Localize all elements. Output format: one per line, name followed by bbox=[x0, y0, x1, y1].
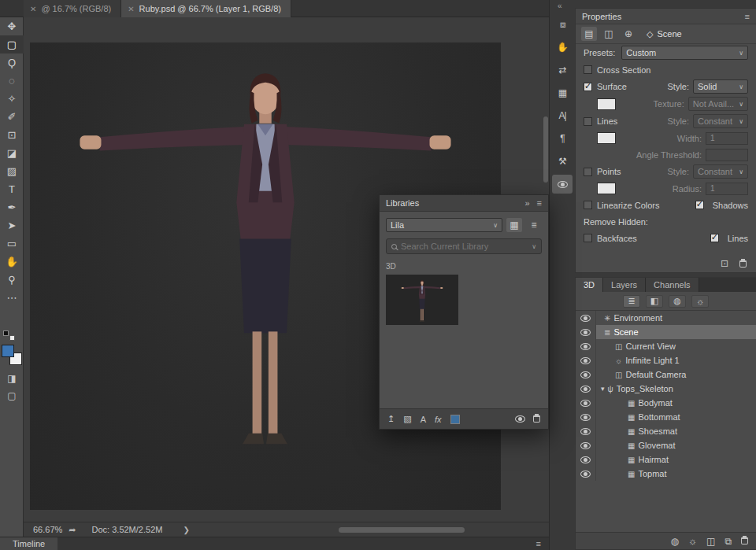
more-tools[interactable]: ⋯ bbox=[0, 289, 24, 307]
hand-tool[interactable]: ✋ bbox=[0, 253, 24, 271]
document-tab-ruby[interactable]: ✕ Ruby.psd @ 66.7% (Layer 1, RGB/8) bbox=[121, 0, 291, 17]
hidden-lines-checkbox[interactable] bbox=[710, 234, 719, 242]
visibility-toggle[interactable] bbox=[576, 438, 596, 452]
libraries-header[interactable]: Libraries » ≡ bbox=[380, 195, 548, 212]
vertical-scrollbar[interactable] bbox=[543, 116, 548, 183]
trash-icon[interactable] bbox=[739, 260, 747, 268]
list-view-icon[interactable]: ≡ bbox=[526, 218, 542, 232]
visibility-toggle[interactable] bbox=[576, 424, 596, 438]
add-color-swatch-icon[interactable] bbox=[450, 415, 460, 424]
disclosure-caret-icon[interactable]: ▾ bbox=[601, 385, 605, 393]
tree-item-hairmat[interactable]: ▦ Hairmat bbox=[576, 452, 756, 467]
properties-materials-filter-icon[interactable]: ◫ bbox=[601, 27, 617, 41]
pen-tool[interactable]: ✒ bbox=[0, 198, 24, 216]
quick-selection-tool[interactable]: ◌ bbox=[0, 72, 24, 90]
backfaces-checkbox[interactable] bbox=[584, 234, 592, 242]
add-layer-style-icon[interactable]: fx bbox=[435, 415, 442, 424]
visibility-toggle[interactable] bbox=[576, 382, 596, 396]
tree-item-default-camera[interactable]: ◫ Default Camera bbox=[576, 367, 756, 382]
tree-item-bodymat[interactable]: ▦ Bodymat bbox=[576, 396, 756, 410]
presets-dropdown[interactable]: Custom ∨ bbox=[621, 46, 748, 60]
screen-mode-button[interactable]: ▢ bbox=[0, 387, 24, 404]
radius-value[interactable]: 1 bbox=[706, 183, 748, 195]
shadows-checkbox[interactable] bbox=[695, 201, 704, 209]
zoom-level[interactable]: 66.67% bbox=[33, 525, 62, 534]
timeline-tab[interactable]: Timeline bbox=[0, 537, 57, 550]
collapsed-panel-tools-icon[interactable]: ⚒ bbox=[552, 152, 573, 171]
collapse-panels-icon[interactable]: « bbox=[558, 2, 562, 10]
collapsed-panel-character-icon[interactable]: A| bbox=[552, 106, 573, 125]
zoom-tool[interactable]: ⚲ bbox=[0, 271, 24, 289]
tree-item-infinite-light-1[interactable]: ☼ Infinite Light 1 bbox=[576, 353, 756, 367]
rectangular-marquee-tool[interactable]: ▢ bbox=[0, 35, 24, 54]
tree-item-topmat[interactable]: ▦ Topmat bbox=[576, 467, 756, 481]
collapse-to-icons-icon[interactable]: » bbox=[524, 198, 529, 208]
trash-icon[interactable] bbox=[533, 415, 540, 423]
default-colors-icon[interactable] bbox=[3, 330, 15, 341]
horizontal-scrollbar[interactable] bbox=[339, 527, 465, 533]
properties-lights-filter-icon[interactable]: ⊕ bbox=[621, 27, 636, 41]
close-icon[interactable]: ✕ bbox=[30, 5, 36, 13]
timeline-menu-icon[interactable]: ≡ bbox=[536, 539, 541, 548]
chevron-down-icon[interactable]: ∨ bbox=[532, 243, 536, 250]
brush-tool[interactable]: ✐ bbox=[0, 108, 24, 126]
share-icon[interactable]: ➦ bbox=[69, 525, 76, 535]
lines-checkbox[interactable] bbox=[584, 117, 592, 126]
surface-checkbox[interactable] bbox=[584, 83, 592, 91]
lines-color-swatch[interactable] bbox=[597, 132, 616, 144]
panel-menu-icon[interactable]: ≡ bbox=[537, 198, 542, 208]
visibility-toggle[interactable] bbox=[576, 396, 596, 410]
visibility-toggle[interactable] bbox=[576, 339, 596, 353]
lines-style-dropdown[interactable]: Constant ∨ bbox=[693, 114, 748, 128]
points-checkbox[interactable] bbox=[584, 168, 592, 176]
quick-mask-button[interactable]: ◨ bbox=[0, 370, 24, 387]
library-dropdown[interactable]: Lila ∨ bbox=[386, 218, 502, 232]
upload-icon[interactable]: ↥ bbox=[387, 414, 395, 424]
properties-meshes-filter-icon[interactable]: ▤ bbox=[581, 27, 597, 41]
visibility-toggle[interactable] bbox=[576, 325, 596, 339]
tree-item-glovemat[interactable]: ▦ Glovemat bbox=[576, 438, 756, 452]
tree-item-current-view[interactable]: ◫ Current View bbox=[576, 339, 756, 353]
close-icon[interactable]: ✕ bbox=[128, 5, 134, 13]
type-tool[interactable]: T bbox=[0, 180, 24, 198]
visibility-toggle[interactable] bbox=[576, 452, 596, 467]
collapsed-panel-histogram-icon[interactable]: ▦ bbox=[552, 83, 573, 102]
cross-section-checkbox[interactable] bbox=[584, 65, 592, 74]
path-selection-tool[interactable]: ➤ bbox=[0, 216, 24, 234]
new-material-icon[interactable]: ◍ bbox=[671, 536, 679, 547]
shape-tool[interactable]: ▭ bbox=[0, 234, 24, 253]
visibility-toggle[interactable] bbox=[576, 353, 596, 367]
surface-style-dropdown[interactable]: Solid ∨ bbox=[693, 79, 748, 94]
lasso-tool[interactable]: Ϙ bbox=[0, 54, 24, 72]
tree-item-tops-skeleton[interactable]: ▾ ψ Tops_Skeleton bbox=[576, 382, 756, 396]
collapsed-panel-3d-scene-icon[interactable] bbox=[552, 175, 573, 194]
visibility-toggle[interactable] bbox=[576, 367, 596, 382]
tab-channels[interactable]: Channels bbox=[646, 278, 699, 292]
visibility-toggle[interactable] bbox=[576, 467, 596, 481]
filter-meshes-icon[interactable]: ◧ bbox=[646, 295, 663, 308]
gradient-tool[interactable]: ▨ bbox=[0, 162, 24, 180]
render-icon[interactable]: ⊡ bbox=[721, 258, 728, 269]
width-value[interactable]: 1 bbox=[706, 132, 748, 145]
points-style-dropdown[interactable]: Constant ∨ bbox=[693, 164, 748, 179]
new-camera-icon[interactable]: ◫ bbox=[706, 536, 715, 547]
new-layer-icon[interactable]: ⧉ bbox=[724, 536, 732, 547]
collapsed-panel-paragraph-icon[interactable]: ¶ bbox=[552, 129, 573, 148]
surface-color-swatch[interactable] bbox=[597, 98, 616, 110]
eraser-tool[interactable]: ◪ bbox=[0, 144, 24, 162]
filter-lights-icon[interactable]: ☼ bbox=[691, 295, 709, 308]
visibility-toggle[interactable] bbox=[576, 410, 596, 424]
texture-dropdown[interactable]: Not Avail... ∨ bbox=[688, 97, 748, 111]
document-size-readout[interactable]: Doc: 3.52M/2.52M bbox=[92, 525, 163, 534]
clone-stamp-tool[interactable]: ⊡ bbox=[0, 126, 24, 144]
panel-menu-icon[interactable]: ≡ bbox=[745, 12, 750, 21]
tree-item-shoesmat[interactable]: ▦ Shoesmat bbox=[576, 424, 756, 438]
tab-layers[interactable]: Layers bbox=[603, 278, 646, 292]
trash-icon[interactable] bbox=[741, 537, 748, 544]
foreground-color-swatch[interactable] bbox=[2, 345, 14, 357]
filter-materials-icon[interactable]: ◍ bbox=[669, 295, 686, 308]
new-light-icon[interactable]: ☼ bbox=[688, 536, 697, 547]
search-input[interactable] bbox=[401, 242, 528, 251]
filter-whole-scene-icon[interactable]: ≣ bbox=[623, 295, 640, 308]
move-tool[interactable]: ✥ bbox=[0, 17, 24, 35]
